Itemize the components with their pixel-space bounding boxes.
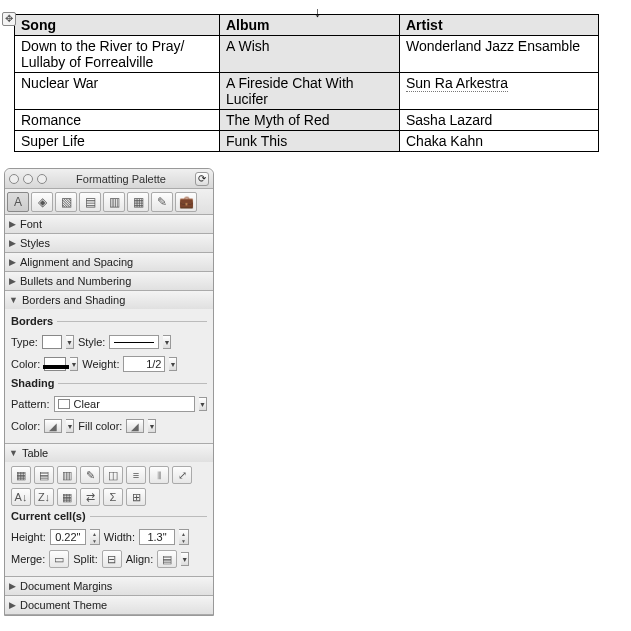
cell-artist[interactable]: Sasha Lazard xyxy=(400,110,599,131)
section-font[interactable]: ▶Font xyxy=(5,215,213,233)
width-input[interactable]: 1.3" xyxy=(139,529,175,545)
gridlines-icon[interactable]: ⊞ xyxy=(126,488,146,506)
songs-table[interactable]: Song Album Artist Down to the River to P… xyxy=(14,14,599,152)
shade-color-bucket-icon[interactable]: ◢ xyxy=(44,419,62,433)
section-bullets[interactable]: ▶Bullets and Numbering xyxy=(5,272,213,290)
palette-titlebar[interactable]: Formatting Palette ⟳ xyxy=(5,169,213,189)
disclosure-right-icon: ▶ xyxy=(9,257,16,267)
pattern-select[interactable]: Clear xyxy=(54,396,195,412)
insert-below-icon[interactable]: ▥ xyxy=(57,466,77,484)
table-row[interactable]: Super Life Funk This Chaka Kahn xyxy=(15,131,599,152)
split-cells-icon[interactable]: ⊟ xyxy=(102,550,122,568)
section-styles[interactable]: ▶Styles xyxy=(5,234,213,252)
cell-artist[interactable]: Wonderland Jazz Ensamble xyxy=(400,36,599,73)
fill-color-bucket-icon[interactable]: ◢ xyxy=(126,419,144,433)
toolbox-scrapbook-icon[interactable]: ▧ xyxy=(55,192,77,212)
column-insert-cursor-icon[interactable]: ↓ xyxy=(314,4,321,20)
table-header-row[interactable]: Song Album Artist xyxy=(15,15,599,36)
section-table: ▼Table ▦ ▤ ▥ ✎ ◫ ≡ ⦀ ⤢ A↓ Z↓ ▦ ⇄ Σ ⊞ Cur… xyxy=(5,444,213,577)
current-cells-subheader: Current cell(s) xyxy=(11,510,207,522)
repeat-header-icon[interactable]: ▦ xyxy=(57,488,77,506)
toolbox-tools-icon[interactable]: ✎ xyxy=(151,192,173,212)
border-weight-dropdown[interactable]: ▼ xyxy=(169,357,177,371)
col-header-album[interactable]: Album xyxy=(220,15,400,36)
col-header-song[interactable]: Song xyxy=(15,15,220,36)
section-theme[interactable]: ▶Document Theme xyxy=(5,596,213,614)
sort-desc-icon[interactable]: Z↓ xyxy=(34,488,54,506)
section-alignment[interactable]: ▶Alignment and Spacing xyxy=(5,253,213,271)
border-color-dropdown[interactable]: ▼ xyxy=(70,357,78,371)
formula-icon[interactable]: Σ xyxy=(103,488,123,506)
cell-artist[interactable]: Chaka Kahn xyxy=(400,131,599,152)
section-styles-label: Styles xyxy=(20,237,50,249)
height-stepper[interactable]: ▲▼ xyxy=(90,529,100,545)
cell-artist[interactable]: Sun Ra Arkestra xyxy=(400,73,599,110)
border-color-swatch[interactable] xyxy=(44,357,66,371)
section-table-label: Table xyxy=(22,447,48,459)
border-type-dropdown[interactable]: ▼ xyxy=(66,335,74,349)
sort-asc-icon[interactable]: A↓ xyxy=(11,488,31,506)
color-label: Color: xyxy=(11,358,40,370)
toolbox-compatibility-icon[interactable]: ▥ xyxy=(103,192,125,212)
convert-icon[interactable]: ⇄ xyxy=(80,488,100,506)
width-stepper[interactable]: ▲▼ xyxy=(179,529,189,545)
cell-album[interactable]: The Myth of Red xyxy=(220,110,400,131)
insert-table-icon[interactable]: ▦ xyxy=(11,466,31,484)
cell-align-dropdown[interactable]: ▼ xyxy=(181,552,189,566)
table-row[interactable]: Nuclear War A Fireside Chat With Lucifer… xyxy=(15,73,599,110)
insert-above-icon[interactable]: ▤ xyxy=(34,466,54,484)
merge-label: Merge: xyxy=(11,553,45,565)
weight-label: Weight: xyxy=(82,358,119,370)
palette-collapse-button[interactable]: ⟳ xyxy=(195,172,209,186)
table-move-handle-icon[interactable]: ✥ xyxy=(2,12,16,26)
merge-cells-icon[interactable]: ▭ xyxy=(49,550,69,568)
border-weight-value[interactable]: 1/2 xyxy=(123,356,165,372)
section-theme-label: Document Theme xyxy=(20,599,107,611)
table-row[interactable]: Down to the River to Pray/ Lullaby of Fo… xyxy=(15,36,599,73)
border-type-swatch[interactable] xyxy=(42,335,62,349)
draw-table-icon[interactable]: ✎ xyxy=(80,466,100,484)
distribute-cols-icon[interactable]: ⦀ xyxy=(149,466,169,484)
toolbox-project-icon[interactable]: ▦ xyxy=(127,192,149,212)
cell-align-icon[interactable]: ▤ xyxy=(157,550,177,568)
border-style-dropdown[interactable]: ▼ xyxy=(163,335,171,349)
table-tools-row2: A↓ Z↓ ▦ ⇄ Σ ⊞ xyxy=(11,488,207,506)
section-borders-header[interactable]: ▼Borders and Shading xyxy=(5,291,213,309)
cell-album[interactable]: A Fireside Chat With Lucifer xyxy=(220,73,400,110)
width-label: Width: xyxy=(104,531,135,543)
palette-toolbar: A ◈ ▧ ▤ ▥ ▦ ✎ 💼 xyxy=(5,189,213,215)
distribute-rows-icon[interactable]: ≡ xyxy=(126,466,146,484)
shade-color-dropdown[interactable]: ▼ xyxy=(66,419,74,433)
autofit-icon[interactable]: ⤢ xyxy=(172,466,192,484)
traffic-zoom-icon[interactable] xyxy=(37,174,47,184)
section-borders-label: Borders and Shading xyxy=(22,294,125,306)
toolbox-object-icon[interactable]: ◈ xyxy=(31,192,53,212)
shade-color-label: Color: xyxy=(11,420,40,432)
cell-album[interactable]: A Wish xyxy=(220,36,400,73)
pattern-dropdown[interactable]: ▼ xyxy=(199,397,207,411)
cell-song[interactable]: Super Life xyxy=(15,131,220,152)
style-label: Style: xyxy=(78,336,106,348)
cell-album[interactable]: Funk This xyxy=(220,131,400,152)
disclosure-down-icon: ▼ xyxy=(9,295,18,305)
cell-song[interactable]: Romance xyxy=(15,110,220,131)
pattern-value: Clear xyxy=(74,398,100,410)
toolbox-briefcase-icon[interactable]: 💼 xyxy=(175,192,197,212)
cell-song[interactable]: Nuclear War xyxy=(15,73,220,110)
fill-color-dropdown[interactable]: ▼ xyxy=(148,419,156,433)
col-header-artist[interactable]: Artist xyxy=(400,15,599,36)
toolbox-reference-icon[interactable]: ▤ xyxy=(79,192,101,212)
traffic-close-icon[interactable] xyxy=(9,174,19,184)
section-margins[interactable]: ▶Document Margins xyxy=(5,577,213,595)
eraser-icon[interactable]: ◫ xyxy=(103,466,123,484)
cell-artist-text[interactable]: Sun Ra Arkestra xyxy=(406,75,508,92)
border-style-preview[interactable] xyxy=(109,335,159,349)
traffic-min-icon[interactable] xyxy=(23,174,33,184)
height-input[interactable]: 0.22" xyxy=(50,529,86,545)
toolbox-text-icon[interactable]: A xyxy=(7,192,29,212)
section-borders-shading: ▼Borders and Shading Borders Type: ▼ Sty… xyxy=(5,291,213,444)
shading-subheader: Shading xyxy=(11,377,207,389)
table-row[interactable]: Romance The Myth of Red Sasha Lazard xyxy=(15,110,599,131)
cell-song[interactable]: Down to the River to Pray/ Lullaby of Fo… xyxy=(15,36,220,73)
section-table-header[interactable]: ▼Table xyxy=(5,444,213,462)
